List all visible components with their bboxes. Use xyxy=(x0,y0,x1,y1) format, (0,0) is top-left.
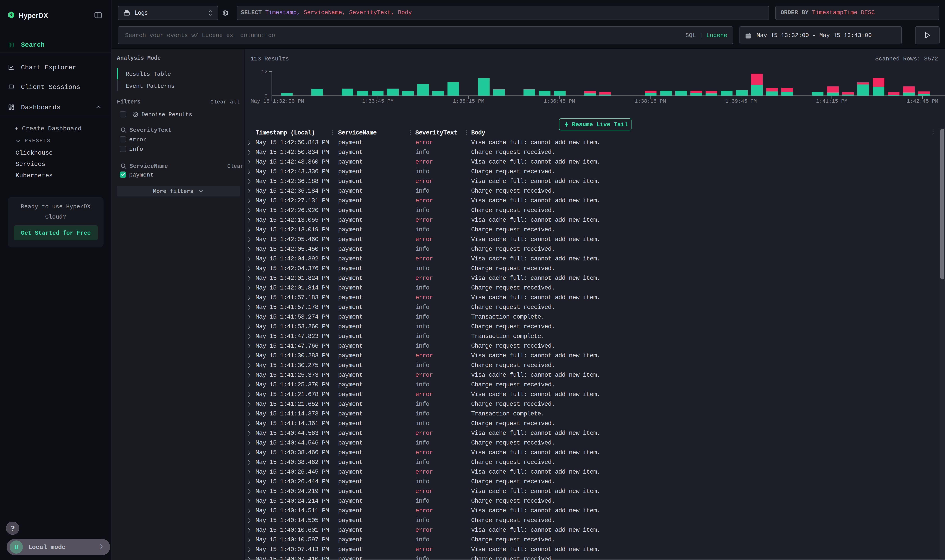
svg-text:0: 0 xyxy=(264,93,268,99)
svg-text:1:33:45 PM: 1:33:45 PM xyxy=(362,98,393,104)
svg-text:1:36:45 PM: 1:36:45 PM xyxy=(544,98,575,104)
svg-text:May 15 1:32:00 PM: May 15 1:32:00 PM xyxy=(251,98,304,104)
svg-text:12: 12 xyxy=(261,69,268,75)
svg-text:1:41:15 PM: 1:41:15 PM xyxy=(816,98,848,104)
svg-text:1:38:15 PM: 1:38:15 PM xyxy=(635,98,666,104)
svg-text:1:35:15 PM: 1:35:15 PM xyxy=(453,98,484,104)
svg-text:1:39:45 PM: 1:39:45 PM xyxy=(725,98,757,104)
svg-text:1:42:45 PM: 1:42:45 PM xyxy=(907,98,938,104)
